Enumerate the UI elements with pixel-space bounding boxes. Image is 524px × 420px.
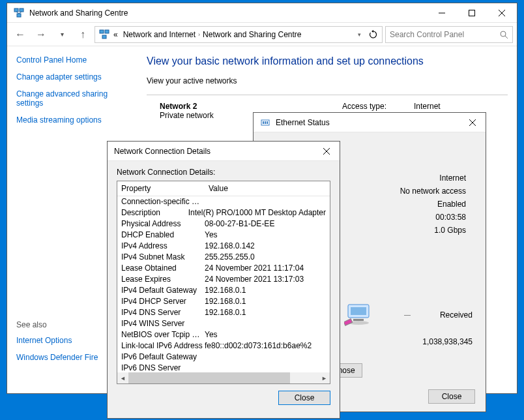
breadcrumb-parent[interactable]: Network and Internet bbox=[123, 30, 196, 39]
value-cell: 08-00-27-B1-DE-EE bbox=[205, 218, 326, 230]
ethernet-status-values: Internet No network access Enabled 00:03… bbox=[400, 172, 466, 237]
ethernet-title: Ethernet Status bbox=[276, 118, 459, 127]
property-cell: Connection-specific DN... bbox=[121, 196, 205, 207]
svg-rect-6 bbox=[469, 10, 475, 16]
property-cell: DHCP Enabled bbox=[121, 230, 205, 241]
maximize-button[interactable] bbox=[457, 3, 487, 23]
svg-rect-2 bbox=[17, 14, 21, 17]
search-input[interactable]: Search Control Panel bbox=[385, 26, 513, 43]
forward-button[interactable]: → bbox=[32, 25, 50, 44]
svg-rect-0 bbox=[14, 8, 18, 12]
value-cell: 255.255.255.0 bbox=[205, 252, 326, 263]
sidebar-item-sharing[interactable]: Change advanced sharing settings bbox=[16, 89, 128, 108]
ethernet-close-button[interactable]: Close bbox=[428, 389, 475, 404]
value-cell bbox=[205, 318, 326, 329]
property-cell: Lease Obtained bbox=[121, 263, 205, 274]
page-heading: View your basic network information and … bbox=[147, 55, 508, 67]
details-list[interactable]: Property Value Connection-specific DN...… bbox=[117, 181, 330, 384]
scroll-left-icon[interactable]: ◄ bbox=[117, 372, 128, 383]
details-row[interactable]: IPv4 Default Gateway192.168.0.1 bbox=[117, 285, 330, 296]
property-cell: IPv4 DNS Server bbox=[121, 307, 205, 318]
breadcrumb-current[interactable]: Network and Sharing Centre bbox=[203, 30, 301, 39]
col-property[interactable]: Property bbox=[117, 181, 205, 196]
value-cell: 24 November 2021 13:17:03 bbox=[205, 274, 326, 285]
property-cell: NetBIOS over Tcpip En... bbox=[121, 329, 205, 340]
svg-rect-22 bbox=[353, 319, 364, 321]
svg-rect-24 bbox=[344, 319, 353, 326]
svg-rect-11 bbox=[102, 35, 106, 38]
details-close-button[interactable]: Close bbox=[278, 391, 330, 405]
property-cell: IPv4 WINS Server bbox=[121, 318, 205, 329]
details-title: Network Connection Details bbox=[108, 147, 313, 156]
details-row[interactable]: DHCP EnabledYes bbox=[117, 230, 330, 241]
details-row[interactable]: IPv4 WINS Server bbox=[117, 318, 330, 329]
details-row[interactable]: DescriptionIntel(R) PRO/1000 MT Desktop … bbox=[117, 207, 330, 218]
svg-rect-15 bbox=[263, 121, 264, 124]
recent-dropdown[interactable]: ▾ bbox=[53, 25, 71, 44]
up-button[interactable]: ↑ bbox=[74, 25, 92, 44]
chevron-down-icon[interactable]: ▾ bbox=[358, 31, 361, 38]
property-cell: Description bbox=[121, 207, 188, 218]
col-value[interactable]: Value bbox=[205, 181, 330, 196]
details-row[interactable]: IPv4 Address192.168.0.142 bbox=[117, 241, 330, 252]
details-row[interactable]: Lease Obtained24 November 2021 11:17:04 bbox=[117, 263, 330, 274]
breadcrumb-root[interactable]: « bbox=[113, 30, 118, 39]
property-cell: IPv4 Default Gateway bbox=[121, 285, 205, 296]
property-cell: IPv4 Subnet Mask bbox=[121, 252, 205, 263]
refresh-icon[interactable] bbox=[369, 30, 378, 39]
network-center-icon bbox=[99, 29, 109, 40]
value-cell: Yes bbox=[205, 230, 326, 241]
value-cell: 24 November 2021 11:17:04 bbox=[205, 263, 326, 274]
property-cell: Link-local IPv6 Address bbox=[121, 340, 205, 352]
details-row[interactable]: Physical Address08-00-27-B1-DE-EE bbox=[117, 218, 330, 230]
value-cell: Yes bbox=[205, 329, 326, 340]
duration: 00:03:58 bbox=[400, 211, 466, 224]
media-state: Enabled bbox=[400, 198, 466, 211]
window-title: Network and Sharing Centre bbox=[29, 8, 427, 18]
details-label: Network Connection Details: bbox=[117, 168, 330, 177]
search-icon bbox=[499, 30, 508, 39]
ipv6-connectivity: No network access bbox=[400, 185, 466, 198]
toolbar: ← → ▾ ↑ « Network and Internet › Network… bbox=[7, 23, 517, 46]
address-bar[interactable]: « Network and Internet › Network and Sha… bbox=[95, 26, 383, 43]
value-cell: fe80::d002:d073:161d:b6ae%2 bbox=[205, 340, 326, 352]
details-row[interactable]: IPv4 DNS Server192.168.0.1 bbox=[117, 307, 330, 318]
svg-rect-10 bbox=[105, 30, 109, 33]
value-cell bbox=[205, 196, 326, 207]
network-center-icon bbox=[14, 8, 24, 18]
horizontal-scrollbar[interactable]: ◄ ► bbox=[117, 372, 330, 383]
close-button[interactable] bbox=[487, 3, 517, 23]
active-networks-label: View your active networks bbox=[147, 76, 508, 85]
details-close-icon[interactable] bbox=[313, 142, 340, 161]
property-cell: IPv4 Address bbox=[121, 241, 205, 252]
details-row[interactable]: Lease Expires24 November 2021 13:17:03 bbox=[117, 274, 330, 285]
property-cell: Physical Address bbox=[121, 218, 205, 230]
window-controls bbox=[427, 3, 517, 23]
scroll-thumb[interactable] bbox=[128, 372, 290, 383]
back-button[interactable]: ← bbox=[11, 25, 29, 44]
connection-details-window: Network Connection Details Network Conne… bbox=[107, 141, 340, 419]
details-row[interactable]: NetBIOS over Tcpip En...Yes bbox=[117, 329, 330, 340]
ethernet-icon bbox=[260, 117, 270, 128]
sidebar-item-adapter[interactable]: Change adapter settings bbox=[16, 72, 128, 82]
value-cell: Intel(R) PRO/1000 MT Desktop Adapter bbox=[188, 207, 326, 218]
value-cell: 192.168.0.1 bbox=[205, 285, 326, 296]
speed: 1.0 Gbps bbox=[400, 224, 466, 237]
value-cell: 192.168.0.1 bbox=[205, 296, 326, 307]
svg-line-13 bbox=[505, 36, 508, 38]
network-name: Network 2 bbox=[160, 102, 342, 111]
details-row[interactable]: IPv6 Default Gateway bbox=[117, 352, 330, 363]
details-row[interactable]: IPv4 DHCP Server192.168.0.1 bbox=[117, 296, 330, 307]
ethernet-close-icon[interactable] bbox=[459, 113, 486, 132]
control-panel-home-link[interactable]: Control Panel Home bbox=[16, 55, 128, 65]
scroll-right-icon[interactable]: ► bbox=[319, 372, 330, 383]
sidebar-item-streaming[interactable]: Media streaming options bbox=[16, 115, 128, 125]
received-label: Received bbox=[440, 310, 473, 320]
minimize-button[interactable] bbox=[427, 3, 457, 23]
details-row[interactable]: IPv4 Subnet Mask255.255.255.0 bbox=[117, 252, 330, 263]
details-row[interactable]: Link-local IPv6 Addressfe80::d002:d073:1… bbox=[117, 340, 330, 352]
details-row[interactable]: Connection-specific DN... bbox=[117, 196, 330, 207]
svg-rect-21 bbox=[351, 307, 366, 315]
svg-rect-9 bbox=[100, 30, 104, 33]
svg-rect-1 bbox=[20, 8, 23, 12]
